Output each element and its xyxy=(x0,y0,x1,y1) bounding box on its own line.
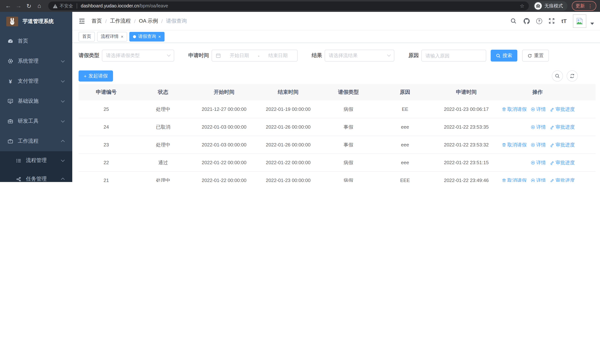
github-icon[interactable] xyxy=(523,18,530,24)
app-logo-row[interactable]: 芋道管理系统 xyxy=(0,12,72,31)
tab-process-detail[interactable]: 流程详情 × xyxy=(97,32,127,41)
cancel-leave-label: 取消请假 xyxy=(507,106,527,112)
close-icon[interactable]: × xyxy=(158,34,161,39)
breadcrumb-home[interactable]: 首页 xyxy=(92,18,102,24)
close-icon[interactable]: × xyxy=(121,34,123,39)
detail-link[interactable]: 详情 xyxy=(531,106,546,112)
update-button[interactable]: 更新 ⋮ xyxy=(572,1,596,11)
cell-reason: eee xyxy=(376,160,434,165)
cancel-leave-link[interactable]: 取消请假 xyxy=(502,141,527,148)
chevron-down-icon xyxy=(61,119,65,122)
collapse-sidebar-icon[interactable] xyxy=(78,17,86,25)
sidebar-item-system[interactable]: 系统管理 xyxy=(0,51,72,71)
browser-menu-icon[interactable]: ⋮ xyxy=(588,3,593,9)
approval-progress-link[interactable]: 审批进度 xyxy=(550,159,575,166)
url-host: dashboard.yudao.iocoder.cn xyxy=(81,3,139,9)
cell-reason: eee xyxy=(376,142,434,148)
tab-leave-query[interactable]: 请假查询 × xyxy=(129,32,165,41)
breadcrumb-workflow[interactable]: 工作流程 xyxy=(110,18,131,24)
forward-icon[interactable]: → xyxy=(14,1,23,10)
cell-leave-type: 事假 xyxy=(320,141,376,148)
sidebar-item-process-mgmt[interactable]: 流程管理 xyxy=(0,151,72,170)
reason-input[interactable] xyxy=(421,50,486,62)
cancel-leave-label: 取消请假 xyxy=(507,177,527,182)
cancel-leave-label: 取消请假 xyxy=(507,141,527,148)
fullscreen-icon[interactable] xyxy=(548,18,555,24)
detail-label: 详情 xyxy=(536,141,546,148)
sidebar-item-label: 研发工具 xyxy=(18,118,38,125)
sidebar-item-infrastructure[interactable]: 基础设施 xyxy=(0,91,72,111)
bookmark-star-icon[interactable]: ☆ xyxy=(520,3,525,9)
tab-label: 流程详情 xyxy=(101,33,119,40)
breadcrumb-oa-example[interactable]: OA 示例 xyxy=(139,18,158,24)
help-icon[interactable]: ? xyxy=(536,18,542,24)
sidebar-item-task-mgmt[interactable]: 任务管理 xyxy=(0,170,72,182)
pen-icon xyxy=(550,125,554,129)
end-date-placeholder: 结束日期 xyxy=(262,52,293,59)
column-header-status: 状态 xyxy=(134,89,192,96)
cancel-leave-link[interactable]: 取消请假 xyxy=(502,106,527,112)
refresh-table-button[interactable] xyxy=(567,70,578,82)
address-bar[interactable]: 不安全 dashboard.yudao.iocoder.cn/bpm/oa/le… xyxy=(48,1,529,10)
reset-button-label: 重置 xyxy=(534,52,544,59)
tab-label: 请假查询 xyxy=(138,33,156,40)
list-icon xyxy=(16,158,21,163)
table-row[interactable]: 21 处理中 2022-01-22 00:00:00 2022-01-23 00… xyxy=(79,172,596,182)
chevron-down-icon xyxy=(387,53,391,56)
incognito-icon xyxy=(534,2,542,10)
reset-button[interactable]: 重置 xyxy=(522,50,549,62)
result-select[interactable]: 请选择流结果 xyxy=(325,50,394,62)
search-form: 请假类型 请选择请假类型 申请时间 开始日期 - 结束日期 xyxy=(79,50,596,62)
detail-link[interactable]: 详情 xyxy=(531,159,546,166)
cell-end-time: 2022-01-19 00:00:00 xyxy=(256,106,320,112)
leave-table: 申请编号 状态 开始时间 结束时间 请假类型 原因 申请时间 操作 25 处理中 xyxy=(79,84,596,182)
avatar-caret-icon[interactable] xyxy=(590,22,594,25)
apply-time-range-picker[interactable]: 开始日期 - 结束日期 xyxy=(212,50,298,62)
avatar[interactable] xyxy=(573,14,586,28)
chevron-down-icon xyxy=(61,79,65,83)
cell-leave-type: 事假 xyxy=(320,124,376,130)
refresh-icon xyxy=(570,73,575,79)
sidebar-item-devtools[interactable]: 研发工具 xyxy=(0,111,72,131)
cell-leave-type: 病假 xyxy=(320,106,376,112)
table-header: 申请编号 状态 开始时间 结束时间 请假类型 原因 申请时间 操作 xyxy=(79,84,596,101)
leave-type-select[interactable]: 请选择请假类型 xyxy=(102,50,174,62)
approval-progress-link[interactable]: 审批进度 xyxy=(550,106,575,112)
date-separator: - xyxy=(258,53,260,58)
table-row[interactable]: 25 处理中 2021-12-27 00:00:00 2022-01-19 00… xyxy=(79,101,596,118)
detail-eye-icon xyxy=(531,142,535,147)
cell-id: 21 xyxy=(79,177,134,182)
pen-icon xyxy=(550,142,554,147)
search-button[interactable]: 搜索 xyxy=(491,50,517,62)
cell-status: 处理中 xyxy=(134,106,192,112)
page-content: 请假类型 请选择请假类型 申请时间 开始日期 - 结束日期 xyxy=(72,43,600,182)
approval-progress-link[interactable]: 审批进度 xyxy=(550,177,575,182)
approval-progress-link[interactable]: 审批进度 xyxy=(550,124,575,130)
tab-home[interactable]: 首页 xyxy=(79,32,95,41)
cell-actions: 详情 审批进度 xyxy=(499,124,596,130)
detail-link[interactable]: 详情 xyxy=(531,124,546,130)
cancel-leave-link[interactable]: 取消请假 xyxy=(502,177,527,182)
show-search-button[interactable] xyxy=(552,70,563,82)
cell-status: 处理中 xyxy=(134,177,192,182)
security-warning[interactable]: 不安全 xyxy=(53,3,73,9)
approval-progress-link[interactable]: 审批进度 xyxy=(550,141,575,148)
reload-icon[interactable]: ↻ xyxy=(24,1,33,10)
create-leave-button[interactable]: + 发起请假 xyxy=(79,70,113,82)
table-row[interactable]: 23 处理中 2022-01-03 00:00:00 2022-01-26 00… xyxy=(79,136,596,154)
sidebar-item-payment[interactable]: ¥ 支付管理 xyxy=(0,71,72,91)
back-icon[interactable]: ← xyxy=(4,1,13,10)
cell-end-time: 2022-01-23 00:00:00 xyxy=(256,177,320,182)
chevron-down-icon xyxy=(61,158,65,162)
detail-link[interactable]: 详情 xyxy=(531,141,546,148)
detail-link[interactable]: 详情 xyxy=(531,177,546,182)
sidebar-item-label: 首页 xyxy=(18,38,28,45)
sidebar-item-home[interactable]: 首页 xyxy=(0,31,72,51)
sidebar-item-workflow[interactable]: 工作流程 xyxy=(0,131,72,151)
search-icon[interactable] xyxy=(510,18,517,24)
column-header-start: 开始时间 xyxy=(192,89,256,96)
home-icon[interactable]: ⌂ xyxy=(35,1,44,10)
font-size-icon[interactable]: tT xyxy=(562,18,567,24)
table-row[interactable]: 24 已取消 2022-01-03 00:00:00 2022-01-26 00… xyxy=(79,118,596,136)
table-row[interactable]: 22 通过 2022-01-22 00:00:00 2022-01-22 00:… xyxy=(79,154,596,172)
